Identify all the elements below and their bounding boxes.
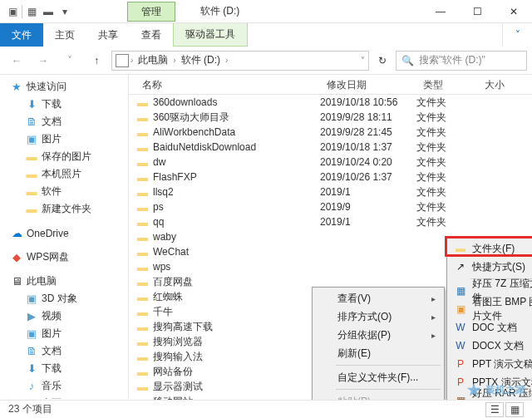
search-input[interactable]: 🔍 搜索"软件 (D:)" [396, 51, 527, 71]
recent-dropdown[interactable]: ˅ [58, 50, 81, 71]
file-name: BaiduNetdiskDownload [153, 141, 256, 153]
tree-local-pics[interactable]: ▬本机照片 [0, 165, 128, 183]
table-row[interactable]: ▬ps2019/9文件夹 [129, 199, 532, 214]
table-row[interactable]: ▬llsq22019/1文件夹 [129, 184, 532, 199]
breadcrumb-drive[interactable]: 软件 (D:) [178, 52, 224, 69]
menu-new-folder[interactable]: ▬文件夹(F) [449, 239, 532, 258]
menu-customize[interactable]: 自定义文件夹(F)... [314, 368, 442, 386]
column-date[interactable]: 修改日期 [320, 75, 416, 94]
folder-icon: ▬ [137, 381, 148, 393]
file-name: 显示器测试 [153, 380, 203, 394]
table-row[interactable]: ▬BaiduNetdiskDownload2019/10/18 1:37文件夹 [129, 140, 532, 155]
file-name: AliWorkbenchData [153, 126, 235, 138]
details-view-button[interactable]: ☰ [485, 402, 504, 417]
tree-new-folder[interactable]: ▬新建文件夹 [0, 200, 128, 218]
home-tab[interactable]: 主页 [43, 23, 86, 47]
ppt-icon: P [454, 357, 467, 371]
tree-videos[interactable]: ▶视频 [0, 307, 128, 325]
drive-tools-tab[interactable]: 驱动器工具 [173, 23, 248, 47]
file-name: wps [153, 261, 170, 273]
column-type[interactable]: 类型 [416, 75, 478, 94]
menu-group[interactable]: 分组依据(P)▸ [314, 326, 442, 344]
image-icon: ▣ [454, 302, 467, 316]
tree-desktop[interactable]: ▬桌面 [0, 395, 128, 399]
menu-refresh[interactable]: 刷新(E) [314, 344, 442, 362]
share-tab[interactable]: 共享 [86, 23, 130, 47]
file-date: 2019/9 [320, 201, 416, 213]
tree-wps[interactable]: ◆WPS网盘 [0, 248, 128, 266]
chevron-right-icon[interactable]: › [225, 56, 228, 65]
tree-downloads2[interactable]: ⬇下载 [0, 360, 128, 377]
table-row[interactable]: ▬AliWorkbenchData2019/9/28 21:45文件夹 [129, 125, 532, 140]
menu-new-bmp[interactable]: ▣看图王 BMP 图片文件 [449, 300, 532, 318]
minimize-button[interactable]: — [422, 0, 459, 23]
table-row[interactable]: ▬qq2019/1文件夹 [129, 214, 532, 229]
up-button[interactable]: ↑ [85, 50, 108, 71]
status-bar: 23 个项目 ☰ ▦ [0, 400, 532, 418]
folder-icon: ▬ [454, 242, 467, 255]
table-row[interactable]: ▬FlashFXP2019/10/26 1:37文件夹 [129, 170, 532, 184]
back-button[interactable]: ← [5, 50, 28, 71]
picture-icon: ▣ [25, 133, 38, 146]
file-name: 百度网盘 [153, 275, 193, 289]
folder-icon: ▬ [25, 168, 38, 181]
tree-pictures2[interactable]: ▣图片 [0, 325, 128, 342]
table-row[interactable]: ▬360downloads2019/10/18 10:56文件夹 [129, 95, 532, 110]
tree-onedrive[interactable]: ☁OneDrive [0, 224, 128, 242]
folder-icon: ▬ [137, 276, 148, 288]
address-dropdown[interactable]: ˅ [361, 56, 365, 65]
folder-icon: ▬ [137, 126, 148, 139]
tree-this-pc[interactable]: 🖥此电脑 [0, 273, 128, 290]
tree-pictures[interactable]: ▣图片 [0, 130, 128, 148]
tree-3d-objects[interactable]: ▣3D 对象 [0, 290, 128, 307]
breadcrumb-pc[interactable]: 此电脑 [135, 52, 171, 69]
document-icon: 🗎 [25, 116, 38, 129]
chevron-right-icon[interactable]: › [131, 56, 133, 65]
separator [22, 5, 22, 18]
file-list[interactable]: 名称 修改日期 类型 大小 ▬360downloads2019/10/18 10… [129, 75, 532, 399]
refresh-button[interactable]: ↻ [372, 51, 392, 71]
file-name: WeChat [153, 246, 189, 258]
tree-music[interactable]: ♪音乐 [0, 377, 128, 395]
menu-new-doc[interactable]: WDOC 文档 [449, 318, 532, 337]
tree-documents[interactable]: 🗎文档 [0, 113, 128, 130]
forward-button[interactable]: → [32, 50, 55, 71]
file-tab[interactable]: 文件 [0, 23, 43, 47]
folder-icon: ▬ [137, 186, 148, 199]
menu-view[interactable]: 查看(V)▸ [314, 289, 442, 307]
folder-icon: ▬ [137, 111, 148, 124]
tree-software[interactable]: ▬软件 [0, 183, 128, 200]
column-size[interactable]: 大小 [478, 75, 532, 94]
file-type: 文件夹 [416, 140, 478, 155]
file-date: 2019/1 [320, 216, 416, 228]
tree-downloads[interactable]: ⬇下载 [0, 96, 128, 113]
folder-icon: ▬ [137, 201, 148, 214]
file-name: 网站备份 [153, 365, 193, 379]
tree-quick-access[interactable]: ★快速访问 [0, 78, 128, 96]
column-name[interactable]: 名称 [129, 75, 320, 94]
maximize-button[interactable]: ☐ [459, 0, 495, 23]
close-button[interactable]: ✕ [495, 0, 532, 23]
qat-dropdown[interactable]: ▾ [57, 4, 72, 19]
file-date: 2019/10/18 10:56 [320, 96, 416, 108]
table-row[interactable]: ▬360驱动大师目录2019/9/28 18:11文件夹 [129, 110, 532, 125]
menu-sort[interactable]: 排序方式(O)▸ [314, 307, 442, 326]
icons-view-button[interactable]: ▦ [505, 402, 524, 417]
address-bar[interactable]: › 此电脑 › 软件 (D:) › ˅ [111, 51, 369, 71]
folder-icon: ▣ [5, 4, 20, 19]
navigation-tree[interactable]: ★快速访问 ⬇下载 🗎文档 ▣图片 ▬保存的图片 ▬本机照片 ▬软件 ▬新建文件… [0, 75, 129, 399]
menu-new-docx[interactable]: WDOCX 文档 [449, 337, 532, 355]
table-row[interactable]: ▬dw2019/10/24 0:20文件夹 [129, 155, 532, 170]
tree-saved-pics[interactable]: ▬保存的图片 [0, 148, 128, 165]
properties-icon[interactable]: ▦ [24, 4, 39, 19]
menu-new-ppt[interactable]: PPPT 演示文稿 [449, 355, 532, 373]
folder-icon: ▬ [137, 96, 148, 109]
chevron-right-icon[interactable]: › [173, 56, 175, 65]
folder-icon: ▬ [137, 246, 148, 258]
tree-documents2[interactable]: 🗎文档 [0, 342, 128, 360]
shortcut-icon: ↗ [454, 260, 467, 273]
expand-ribbon-button[interactable]: ˅ [502, 23, 532, 47]
menu-new-shortcut[interactable]: ↗快捷方式(S) [449, 258, 532, 276]
view-tab[interactable]: 查看 [130, 23, 173, 47]
open-icon[interactable]: ▬ [41, 4, 56, 19]
